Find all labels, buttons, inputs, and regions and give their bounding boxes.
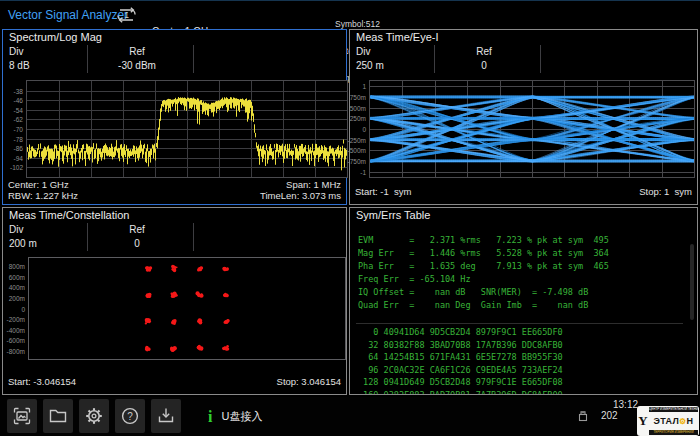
screenshot-button[interactable] xyxy=(7,399,37,433)
ref-label: Ref xyxy=(99,223,175,237)
divider xyxy=(540,45,541,73)
screenshot-icon xyxy=(12,406,32,426)
save-button[interactable] xyxy=(151,399,181,433)
footer-start: Start: -1 sym xyxy=(355,186,411,197)
sym-errs-table-panel[interactable]: Sym/Errs Table EVM = 2.371 %rms 7.223 % … xyxy=(349,207,698,395)
y-tick-label: -62 xyxy=(14,116,23,123)
ref-value: 0 xyxy=(99,237,175,251)
ref-value: 0 xyxy=(446,59,522,73)
y-tick-label: 600m xyxy=(9,273,25,280)
symbol-hex-table: 0 40941D64 9D5CB2D4 8979F9C1 EE665DF0 32… xyxy=(358,326,687,394)
table-line: Mag Err = 1.446 %rms 5.528 % pk at sym 3… xyxy=(358,247,687,260)
help-icon: ? xyxy=(120,406,140,426)
y-tick-label: 250m xyxy=(350,115,366,122)
y-tick-label: 1 xyxy=(362,83,366,90)
divider xyxy=(193,45,194,73)
div-label: Div xyxy=(9,45,30,59)
div-label: Div xyxy=(356,45,384,59)
y-tick-label: -86 xyxy=(14,145,23,152)
table-line: 96 2C0AC32E CA6F1C26 C9EDE4A5 733AEF24 xyxy=(358,364,687,377)
watermark-footer: ТЕРРИТОРИЯ ИЗМЕРЕНИЙ xyxy=(649,430,698,435)
svg-text:?: ? xyxy=(127,411,133,422)
constellation-panel[interactable]: Meas Time/Constellation Div 200 m Ref 0 … xyxy=(2,207,347,395)
y-tick-label: -70 xyxy=(14,126,23,133)
y-tick-label: -500m xyxy=(348,147,366,154)
ref-value: -30 dBm xyxy=(99,59,175,73)
divider xyxy=(434,45,435,73)
y-tick-label: -102 xyxy=(10,164,23,171)
ref-label: Ref xyxy=(446,45,522,59)
vsa-screen: Vector Signal Analyzer 1 Center:1 GHz Sp… xyxy=(0,0,700,436)
footer-stop: Stop: 3.046154 xyxy=(277,376,341,387)
trace-loop-icon[interactable]: 1 xyxy=(113,5,140,25)
table-line: EVM = 2.371 %rms 7.223 % pk at sym 495 xyxy=(358,234,687,247)
y-tick-label: -400m xyxy=(7,326,25,333)
y-tick-label: -38 xyxy=(14,87,23,94)
watermark-header: ЦЕНТР ИЗМЕРИТЕЛЬНОЙ ТЕХНИКИ xyxy=(649,407,698,412)
constellation-div-ref-row: Div 200 m Ref 0 xyxy=(3,223,346,252)
usb-status-message: i U盘接入 xyxy=(208,397,262,436)
taskbar: ? i U盘接入 13:12 202 xyxy=(0,397,700,436)
table-line: 0 40941D64 9D5CB2D4 8979F9C1 EE665DF0 xyxy=(358,326,687,339)
constellation-panel-title: Meas Time/Constellation xyxy=(9,209,129,221)
eye-trace-canvas xyxy=(370,81,694,177)
file-manager-button[interactable] xyxy=(43,399,73,433)
help-button[interactable]: ? xyxy=(115,399,145,433)
eye-div-ref-row: Div 250 m Ref 0 xyxy=(350,45,697,74)
y-tick-label: 0 xyxy=(362,126,366,133)
eye-footer: Start: -1 sym Stop: 1 sym xyxy=(355,186,692,197)
table-line: 128 0941D649 D5CB2D48 979F9C1E E665DF08 xyxy=(358,376,687,389)
table-line: Quad Err = nan Deg Gain Imb = nan dB xyxy=(358,299,687,312)
y-tick-label: 750m xyxy=(350,94,366,101)
eye-diagram-panel[interactable]: Meas Time/Eye-I Div 250 m Ref 0 1750m500… xyxy=(349,29,698,205)
spectrum-div-ref-row: Div 8 dB Ref -30 dBm xyxy=(3,45,346,74)
svg-text:1: 1 xyxy=(124,10,129,20)
symbol-count: Symbol:512 xyxy=(335,20,403,29)
constellation-footer: Start: -3.046154 Stop: 3.046154 xyxy=(8,376,341,387)
table-line: 64 14254B15 671FA431 6E5E7278 BB955F30 xyxy=(358,351,687,364)
footer-timelen: TimeLen: 3.073 ms xyxy=(260,190,341,201)
table-divider xyxy=(356,323,683,324)
div-value: 200 m xyxy=(9,237,37,251)
table-scrollbar[interactable] xyxy=(690,244,694,320)
y-tick-label: -78 xyxy=(14,135,23,142)
constellation-chart: 800m600m400m200m0-200m-400m-600m-800m xyxy=(28,257,346,360)
clock-time: 13:12 xyxy=(613,399,638,410)
etalon-watermark: Y ЦЕНТР ИЗМЕРИТЕЛЬНОЙ ТЕХНИКИ ЭТАЛ⚙Н ТЕР… xyxy=(637,406,699,436)
save-download-icon xyxy=(156,406,176,426)
y-tick-label: -800m xyxy=(7,348,25,355)
clock: 13:12 202 xyxy=(601,399,638,421)
usb-device-icon[interactable] xyxy=(576,409,590,427)
info-icon: i xyxy=(208,409,212,425)
spectrum-y-axis: -38-46-54-62-70-78-86-94-102 xyxy=(4,81,25,177)
footer-start: Start: -3.046154 xyxy=(8,376,76,387)
divider xyxy=(87,45,88,73)
spectrum-panel[interactable]: Spectrum/Log Mag Div 8 dB Ref -30 dBm -3… xyxy=(2,29,347,205)
table-line: Freq Err = -65.104 Hz xyxy=(358,273,687,286)
div-value: 8 dB xyxy=(9,59,30,73)
table-line: Pha Err = 1.635 deg 7.913 % pk at sym 46… xyxy=(358,260,687,273)
table-line: 160 0382F883 BAD70B81 7A7B396D DC8AFB00 xyxy=(358,389,687,395)
usb-message-text: U盘接入 xyxy=(221,409,262,424)
gear-icon xyxy=(84,406,104,426)
watermark-brand: ЭТАЛ⚙Н xyxy=(649,416,698,427)
spectrum-trace-canvas xyxy=(27,81,347,177)
y-tick-label: 500m xyxy=(350,104,366,111)
eye-panel-title: Meas Time/Eye-I xyxy=(356,31,439,43)
divider xyxy=(193,223,194,251)
symerrs-panel-title: Sym/Errs Table xyxy=(356,209,430,221)
settings-button[interactable] xyxy=(79,399,109,433)
y-tick-label: -600m xyxy=(7,337,25,344)
y-tick-label: 800m xyxy=(9,262,25,269)
gear-glyph: ⚙ xyxy=(679,417,686,426)
footer-stop: Stop: 1 sym xyxy=(639,186,692,197)
y-tick-label: 0 xyxy=(21,305,25,312)
table-line: 32 80382F88 3BAD70B8 17A7B396 DDC8AFB0 xyxy=(358,339,687,352)
y-tick-label: 200m xyxy=(9,294,25,301)
div-value: 250 m xyxy=(356,59,384,73)
constellation-y-axis: 800m600m400m200m0-200m-400m-600m-800m xyxy=(4,258,27,359)
clock-date: 202 xyxy=(601,410,638,421)
y-tick-label: -94 xyxy=(14,154,23,161)
footer-center: Center: 1 GHz xyxy=(8,179,69,190)
app-title: Vector Signal Analyzer xyxy=(8,8,128,22)
